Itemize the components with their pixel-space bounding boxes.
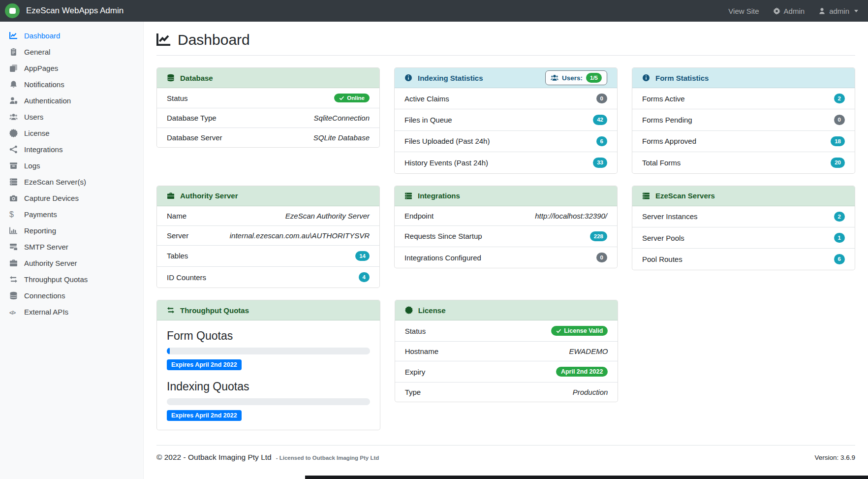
sidebar-item-ezescan-servers[interactable]: EzeScan Server(s) (0, 174, 143, 190)
row-label: Pool Routes (642, 255, 682, 263)
sidebar-item-throughput-quotas[interactable]: Throughput Quotas (0, 271, 143, 287)
sidebar-item-general[interactable]: General (0, 44, 143, 60)
sidebar: Dashboard General AppPages Notifications… (0, 22, 144, 479)
row-label: Total Forms (642, 159, 681, 167)
sidebar-item-label: Capture Devices (24, 194, 79, 202)
table-row: Expiry April 2nd 2022 (395, 361, 618, 382)
sidebar-item-capture-devices[interactable]: Capture Devices (0, 190, 143, 206)
throughput-quotas-card: Throughput Quotas Form Quotas Expires Ap… (156, 300, 380, 430)
user-shield-icon (9, 96, 18, 105)
page-title: Dashboard (156, 32, 855, 48)
row-label: Name (167, 212, 186, 220)
caret-down-icon (854, 10, 858, 12)
row-label: Requests Since Startup (404, 232, 482, 240)
indexing-statistics-card-header: Indexing Statistics Users: 1/5 (395, 68, 617, 88)
view-site-link[interactable]: View Site (728, 7, 759, 15)
sidebar-item-label: License (24, 129, 50, 137)
indexing-quotas-section: Indexing Quotas Expires April 2nd 2022 (167, 380, 370, 421)
sidebar-item-notifications[interactable]: Notifications (0, 76, 143, 93)
form-quotas-section: Form Quotas Expires April 2nd 2022 (167, 329, 370, 370)
row-label: Type (405, 388, 421, 396)
count-badge: 1 (834, 233, 845, 243)
ezescan-servers-card: EzeScan Servers Server Instances 2 Serve… (632, 186, 855, 270)
license-status-badge: License Valid (551, 326, 608, 336)
sidebar-item-smtp-server[interactable]: SMTP Server (0, 239, 143, 255)
dollar-icon (9, 210, 18, 219)
row-label: Server (167, 231, 188, 240)
admin-link[interactable]: Admin (773, 7, 805, 15)
row-label: Files Uploaded (Past 24h) (404, 137, 490, 145)
sidebar-item-label: Dashboard (24, 32, 60, 40)
sidebar-item-label: SMTP Server (24, 243, 68, 251)
sidebar-item-apppages[interactable]: AppPages (0, 60, 143, 76)
table-row: Requests Since Startup 228 (395, 225, 617, 247)
app-brand[interactable]: EzeScan WebApps Admin (5, 3, 124, 18)
server-icon (9, 178, 18, 186)
copyright-text: © 2022 - Outback Imaging Pty Ltd (156, 453, 272, 462)
count-badge: 0 (596, 253, 607, 262)
table-row: History Events (Past 24h) 33 (395, 152, 617, 173)
table-row: Hostname EWADEMO (395, 341, 618, 361)
sidebar-item-license[interactable]: License (0, 125, 143, 141)
table-row: Pool Routes 6 (632, 248, 855, 269)
database-card-header: Database (157, 68, 379, 88)
sidebar-item-reporting[interactable]: Reporting (0, 223, 143, 239)
authority-server-card-header: Authority Server (157, 186, 379, 206)
row-label: Files in Queue (404, 116, 452, 124)
check-icon (556, 328, 561, 334)
count-badge: 6 (596, 136, 607, 146)
row-value: SQLite Database (313, 133, 370, 142)
row-label: Server Pools (642, 234, 684, 242)
gear-icon (773, 7, 780, 15)
expiry-badge: Expires April 2nd 2022 (167, 410, 242, 421)
code-icon (9, 308, 18, 316)
sidebar-item-integrations[interactable]: Integrations (0, 141, 143, 158)
certificate-icon (405, 306, 413, 314)
count-badge: 14 (355, 251, 370, 261)
sidebar-item-authentication[interactable]: Authentication (0, 93, 143, 109)
indexing-quotas-progress (167, 398, 370, 405)
table-row: Name EzeScan Authority Server (157, 206, 379, 225)
section-heading: Form Quotas (167, 329, 370, 343)
sidebar-item-external-apis[interactable]: External APIs (0, 304, 143, 320)
briefcase-icon (167, 192, 175, 200)
bell-icon (9, 80, 18, 89)
bottom-screen-artifact (305, 476, 868, 479)
sidebar-item-authority-server[interactable]: Authority Server (0, 255, 143, 271)
sidebar-item-label: Authority Server (24, 259, 77, 267)
row-value: internal.ezescan.com.au\AUTHORITYSVR (230, 231, 370, 240)
archive-box-icon (9, 161, 18, 170)
sidebar-item-label: General (24, 48, 50, 56)
row-label: Status (167, 94, 188, 102)
sidebar-item-users[interactable]: Users (0, 109, 143, 125)
info-circle-icon (642, 74, 650, 82)
row-label: History Events (Past 24h) (404, 159, 488, 167)
count-badge: 228 (590, 231, 607, 241)
sidebar-item-connections[interactable]: Connections (0, 287, 143, 304)
authority-server-card: Authority Server Name EzeScan Authority … (156, 186, 380, 288)
user-icon (818, 7, 826, 15)
database-icon (167, 74, 175, 82)
sidebar-item-payments[interactable]: Payments (0, 206, 143, 223)
sidebar-item-label: Notifications (24, 80, 64, 89)
count-badge: 4 (359, 272, 370, 282)
row-value: SqliteConnection (314, 114, 370, 122)
sidebar-item-label: AppPages (24, 64, 58, 72)
row-label: Forms Approved (642, 137, 696, 145)
count-badge: 42 (593, 115, 607, 125)
table-row: Type Production (395, 382, 618, 402)
sidebar-item-dashboard[interactable]: Dashboard (0, 28, 143, 44)
briefcase-icon (9, 259, 18, 267)
users-count-button[interactable]: Users: 1/5 (545, 70, 607, 85)
sidebar-item-label: Users (24, 113, 43, 121)
row-label: Database Server (167, 133, 222, 142)
count-badge: 20 (831, 158, 845, 167)
count-badge: 2 (834, 212, 845, 222)
database-card: Database Status Online Database Type Sql… (156, 67, 380, 148)
sidebar-item-logs[interactable]: Logs (0, 158, 143, 174)
status-badge: Online (334, 94, 370, 102)
chart-bar-icon (9, 226, 18, 235)
user-menu[interactable]: admin (818, 7, 858, 15)
expiry-badge: Expires April 2nd 2022 (167, 359, 242, 370)
row-label: Forms Active (642, 95, 685, 103)
